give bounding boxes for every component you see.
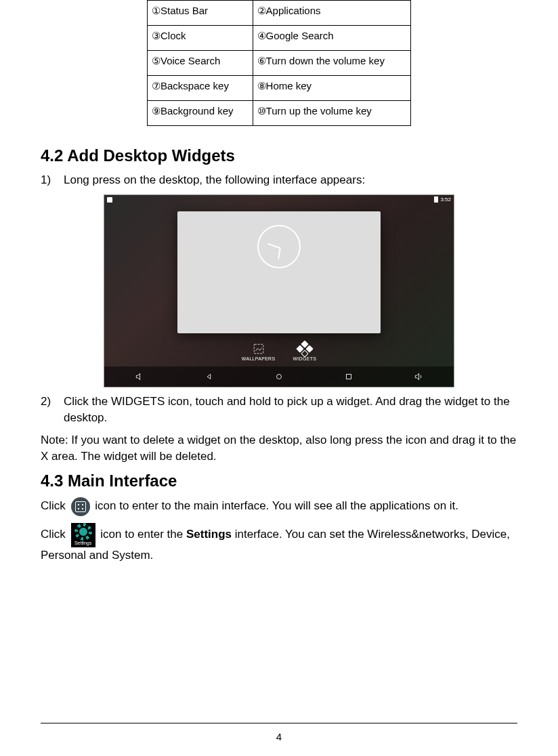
footer-rule [41, 723, 517, 723]
table-cell: ⑩Turn up the volume key [253, 101, 410, 126]
table-cell: ⑥Turn down the volume key [253, 51, 410, 76]
step-number: 2) [41, 394, 64, 426]
table-cell: ②Applications [253, 1, 410, 26]
main-interface-paragraph-1: Click icon to enter to the main interfac… [41, 497, 517, 516]
desktop-longpress-screenshot: 3:52 WALLPAPERS WIDGETS [104, 195, 454, 387]
note-paragraph: Note: If you want to delete a widget on … [41, 432, 517, 465]
wallpapers-label: WALLPAPERS [242, 356, 276, 361]
step-number: 1) [41, 172, 64, 188]
status-time: 3:52 [440, 196, 451, 203]
status-notification-icon [107, 197, 112, 203]
svg-rect-0 [254, 344, 263, 354]
table-cell: ③Clock [148, 26, 253, 51]
step-text: Long press on the desktop, the following… [64, 172, 517, 188]
back-icon[interactable] [197, 372, 221, 381]
table-cell: ①Status Bar [148, 1, 253, 26]
launcher-preview-panel [177, 211, 381, 333]
home-icon[interactable] [267, 372, 291, 381]
wallpapers-icon [253, 343, 265, 355]
apps-drawer-icon [71, 497, 90, 516]
reference-table: ①Status Bar ②Applications ③Clock ④Google… [147, 0, 411, 126]
table-cell: ⑦Backspace key [148, 76, 253, 101]
settings-app-icon: Settings [71, 523, 95, 547]
android-status-bar: 3:52 [104, 195, 454, 205]
wallpapers-option[interactable]: WALLPAPERS [242, 343, 276, 361]
svg-rect-2 [347, 374, 351, 379]
svg-point-1 [276, 374, 281, 379]
settings-bold: Settings [186, 528, 232, 541]
table-cell: ⑤Voice Search [148, 51, 253, 76]
volume-down-icon[interactable] [127, 372, 152, 381]
main-interface-paragraph-2: Click Settings icon to enter the Setting… [41, 523, 517, 564]
widgets-icon [296, 340, 313, 357]
battery-icon [434, 196, 438, 203]
clock-widget-preview [257, 225, 301, 268]
section-heading-4-3: 4.3 Main Interface [41, 471, 517, 490]
step-text: Click the WIDGETS icon, touch and hold t… [64, 394, 517, 426]
table-cell: ④Google Search [253, 26, 410, 51]
table-cell: ⑧Home key [253, 76, 410, 101]
launcher-options-bar: WALLPAPERS WIDGETS [104, 343, 454, 361]
widgets-option[interactable]: WIDGETS [293, 343, 316, 361]
recents-icon[interactable] [337, 372, 361, 381]
table-cell: ⑨Background key [148, 101, 253, 126]
volume-up-icon[interactable] [406, 372, 431, 381]
section-heading-4-2: 4.2 Add Desktop Widgets [41, 146, 517, 165]
page-number: 4 [0, 731, 558, 742]
android-nav-bar [104, 366, 454, 387]
